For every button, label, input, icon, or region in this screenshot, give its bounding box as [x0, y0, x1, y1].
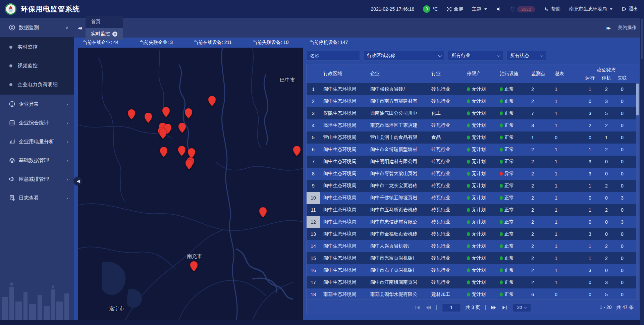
table-row[interactable]: 8阆中生态环境局阆中市枣碧大梁山页岩砖瓦行业无计划异常21300: [307, 168, 639, 180]
name-filter-input[interactable]: [306, 51, 360, 61]
page-number-input[interactable]: [442, 303, 461, 312]
status-dot-icon: [500, 232, 503, 236]
map-pin-icon[interactable]: [190, 261, 198, 271]
sidebar-item-enterprise-statistics[interactable]: 企业综合统计‹: [0, 113, 74, 132]
map-pin-icon[interactable]: [208, 96, 216, 106]
cell-region: 阆中生态环境局: [320, 180, 367, 192]
cell-facility-status: 正常: [496, 204, 528, 216]
map-pin-icon[interactable]: [162, 107, 170, 117]
sidebar-item-data-monitoring[interactable]: 数据监测∨: [0, 18, 74, 37]
table-row[interactable]: 6阆中生态环境局阆中市金博瑞新型墙材砖瓦行业无计划正常21120: [307, 144, 639, 156]
cell-rownum: 3: [307, 107, 320, 119]
scrollbar-thumb[interactable]: [636, 84, 639, 115]
page-scrollbar[interactable]: [640, 18, 644, 325]
table-row[interactable]: 18南部生态环境局南部县砌华水泥有限公建材加工无计划正常60050: [307, 288, 639, 300]
map-pin-icon[interactable]: [160, 147, 167, 157]
page-size-select[interactable]: 20: [512, 303, 531, 312]
map-collapse-handle[interactable]: ◀: [74, 177, 83, 185]
cell-run: 3: [582, 264, 598, 276]
region-filter-select[interactable]: 行政区域名称: [363, 51, 444, 61]
cell-stop-status: 无计划: [464, 95, 496, 107]
close-operations-button[interactable]: 关闭操作: [618, 25, 637, 31]
next-page-button[interactable]: [491, 305, 497, 311]
cell-industry: 砖瓦行业: [428, 204, 464, 216]
table-scrollbar[interactable]: [636, 84, 639, 300]
map-pin-icon[interactable]: [259, 207, 267, 217]
table-row[interactable]: 14阆中生态环境局阆中大兴页岩机砖厂砖瓦行业无计划正常21120: [307, 240, 639, 252]
status-dot-icon: [500, 111, 503, 115]
sidebar-item-label: 企业异常: [19, 101, 39, 107]
map-pin-icon[interactable]: [178, 123, 186, 133]
map-pin-icon[interactable]: [128, 109, 135, 119]
page-scrollbar-thumb[interactable]: [641, 19, 643, 59]
help-button[interactable]: 帮助: [544, 6, 560, 12]
status-filter-select[interactable]: 所有状态: [506, 51, 546, 61]
chevron-down-icon: [524, 305, 527, 309]
cell-lost: 0: [614, 288, 630, 300]
map-pin-icon[interactable]: [145, 113, 152, 123]
table-row[interactable]: 17阆中生态环境局阆中市江南镇阆南页岩砖瓦行业无计划正常21030: [307, 276, 639, 288]
sidebar-item-emergency-reduction[interactable]: 应急减排管理‹: [0, 170, 74, 188]
sidebar-subitem-label: 企业电力负荷明细: [17, 82, 58, 88]
map-pin-icon[interactable]: [185, 108, 192, 118]
tab-close-icon[interactable]: ×: [112, 32, 117, 37]
sidebar-item-base-data-management[interactable]: 基础数据管理‹: [0, 151, 74, 170]
tab-home[interactable]: 首页: [86, 16, 123, 28]
cell-region: 高坪生态环境局: [320, 119, 367, 131]
industry-filter-select[interactable]: 所有行业: [448, 51, 503, 61]
fullscreen-button[interactable]: 全屏: [446, 6, 463, 12]
cell-region: 南部生态环境局: [320, 288, 367, 300]
chevron-left-icon: ‹: [67, 158, 68, 163]
map-pin-icon[interactable]: [178, 146, 185, 156]
sidebar-subitem-realtime-monitor[interactable]: 实时监控: [0, 38, 74, 56]
table-row[interactable]: 4高坪生态环境局南充市高坪区王家店建砖瓦行业无计划正常31220: [307, 119, 639, 131]
theme-dropdown[interactable]: 主题: [472, 6, 487, 12]
tabs-scroll-left-button[interactable]: ◀◀: [78, 26, 81, 30]
gauge-icon: [9, 24, 15, 31]
tabs-scroll-right-button[interactable]: ▶▶: [607, 26, 610, 30]
notifications[interactable]: 2632: [510, 6, 535, 12]
map-pin-icon[interactable]: [185, 159, 193, 169]
table-row[interactable]: 16阆中生态环境局阆中市石子页岩机砖厂砖瓦行业无计划正常21300: [307, 264, 639, 276]
table-row[interactable]: 3仪陇生态环境局西南油气田分公司川中化工无计划正常71350: [307, 107, 639, 119]
map-pin-icon[interactable]: [293, 146, 301, 156]
mute-button[interactable]: [496, 6, 501, 12]
sidebar-item-log-view[interactable]: 日志查看‹: [0, 188, 74, 207]
megaphone-icon: [9, 176, 15, 182]
map[interactable]: 巴中市南充市遂宁市 ◀: [78, 48, 303, 320]
col-company: 企业: [367, 64, 428, 83]
table-row[interactable]: 13阆中生态环境局阆中市金福旺页岩机砖砖瓦行业无计划正常21300: [307, 228, 639, 240]
cell-run: 1: [582, 83, 598, 95]
cell-monitor-points: 2: [528, 144, 551, 156]
sidebar-subitem-power-load-detail[interactable]: 企业电力负荷明细: [0, 75, 74, 94]
table-row[interactable]: 12阆中生态环境局阆中市忠信建材有限公砖瓦行业无计划正常21003: [307, 216, 639, 228]
bullet-dot-icon: [9, 46, 12, 49]
table-row[interactable]: 11阆中生态环境局阆中市五马桥页岩机砖砖瓦行业无计划正常21120: [307, 204, 639, 216]
sidebar-item-enterprise-abnormal[interactable]: 企业异常‹: [0, 95, 74, 113]
sidebar-subitem-video-monitor[interactable]: 视频监控: [0, 56, 74, 75]
logout-button[interactable]: 退出: [621, 6, 638, 12]
prev-page-button[interactable]: [425, 305, 431, 311]
table-row[interactable]: 9阆中生态环境局阆中市二龙长宝页岩砖砖瓦行业无计划正常21120: [307, 180, 639, 192]
col-monitor: 监测点: [528, 64, 551, 83]
table-row[interactable]: 2阆中生态环境局阆中市南方节能建材有砖瓦行业无计划正常21030: [307, 95, 639, 107]
map-pin-icon[interactable]: [188, 148, 195, 158]
cell-run: 0: [582, 192, 598, 204]
status-dot-icon: [500, 268, 503, 272]
table-row[interactable]: 1阆中生态环境局阆中强锐页岩砖厂砖瓦行业无计划正常21120: [307, 83, 639, 95]
table-row[interactable]: 15阆中生态环境局阆中市光富页岩机砖厂砖瓦行业无计划正常21120: [307, 252, 639, 264]
user-org-dropdown[interactable]: 南充市生态环境局: [569, 6, 612, 12]
table-row[interactable]: 7阆中生态环境局阆中明阳建材有限公司砖瓦行业无计划正常21300: [307, 156, 639, 168]
cell-meter: 1: [551, 95, 582, 107]
sidebar-item-power-usage-analysis[interactable]: 企业用电量分析‹: [0, 132, 74, 151]
table-row[interactable]: 10阆中生态环境局阆中千佛镇五郎垭页岩砖瓦行业无计划正常21003: [307, 192, 639, 204]
map-pin-icon[interactable]: [159, 129, 167, 139]
cell-company: 阆中大兴页岩机砖厂: [367, 240, 428, 252]
cell-stop-status: 无计划: [464, 119, 496, 131]
cell-monitor-points: 3: [528, 119, 551, 131]
status-dot-icon: [467, 184, 470, 188]
first-page-button[interactable]: [415, 305, 421, 311]
table-row[interactable]: 5营山生态环境局营山县润丰肉食品有限食品无计划正常10010: [307, 131, 639, 144]
cell-company: 阆中市江南镇阆南页岩: [367, 276, 428, 288]
last-page-button[interactable]: [501, 305, 507, 311]
